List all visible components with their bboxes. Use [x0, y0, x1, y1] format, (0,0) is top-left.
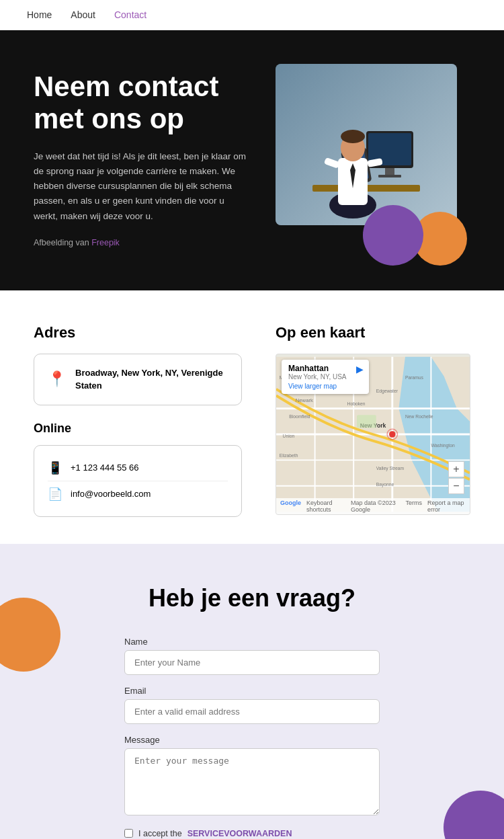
hero-body: Je weet dat het tijd is! Als je dit lees…: [34, 149, 249, 224]
svg-rect-4: [378, 175, 401, 177]
map-keyboard: Keyboard shortcuts: [306, 500, 345, 513]
hero-credit: Afbeelding van Freepik: [34, 236, 249, 250]
form-wrapper: Name Email Message I accept the SERVICEV…: [124, 637, 380, 839]
email-item: 📄 info@voorbeeld.com: [48, 481, 228, 507]
place-sub: New York, NY, USA: [288, 373, 362, 381]
svg-text:Paramus: Paramus: [405, 375, 424, 380]
freepik-link[interactable]: Freepik: [91, 238, 120, 247]
view-larger-map-link[interactable]: View larger map: [288, 383, 362, 390]
address-section: Adres 📍 Broadway, New York, NY, Verenigd…: [0, 290, 504, 544]
hero-text: Neem contact met ons op Je weet dat het …: [34, 71, 274, 250]
map-footer: Google Keyboard shortcuts Map data ©2023…: [276, 498, 470, 514]
svg-text:Union: Union: [283, 433, 295, 438]
online-box: 📱 +1 123 444 55 66 📄 info@voorbeeld.com: [34, 445, 242, 517]
name-field-group: Name: [124, 637, 380, 675]
svg-rect-3: [385, 168, 394, 175]
hero-title: Neem contact met ons op: [34, 71, 274, 136]
svg-text:Washington: Washington: [431, 443, 454, 448]
terms-prefix: I accept the: [138, 829, 182, 838]
form-heading: Heb je een vraag?: [34, 584, 470, 612]
phone-text: +1 123 444 55 66: [71, 463, 139, 473]
svg-text:Elizabeth: Elizabeth: [280, 452, 298, 457]
map-container[interactable]: Newark New York Hoboken Elizabeth Union …: [276, 354, 470, 515]
zoom-out-button[interactable]: −: [448, 478, 464, 494]
svg-text:Hoboken: Hoboken: [347, 401, 366, 405]
nav-about[interactable]: About: [71, 9, 95, 20]
map-data: Map data ©2023 Google: [351, 500, 401, 513]
map-footer-logo: Google: [280, 500, 301, 513]
terms-link[interactable]: SERVICEVOORWAARDEN: [187, 829, 292, 838]
zoom-in-button[interactable]: +: [448, 461, 464, 477]
directions-icon[interactable]: ▶: [356, 364, 364, 374]
terms-row: I accept the SERVICEVOORWAARDEN: [124, 829, 380, 838]
svg-point-38: [389, 431, 396, 438]
terms-checkbox[interactable]: [124, 829, 133, 838]
person-illustration: [306, 71, 427, 225]
address-text: Broadway, New York, NY, Verenigde Staten: [75, 366, 228, 393]
email-input[interactable]: [124, 699, 380, 724]
nav-home[interactable]: Home: [27, 9, 52, 20]
name-label: Name: [124, 637, 380, 647]
address-box: 📍 Broadway, New York, NY, Verenigde Stat…: [34, 354, 242, 405]
phone-item: 📱 +1 123 444 55 66: [48, 455, 228, 481]
svg-text:New Rochelle: New Rochelle: [405, 414, 433, 419]
svg-text:Edgewater: Edgewater: [376, 388, 398, 393]
map-report: Report a map error: [427, 500, 466, 513]
form-section: Heb je een vraag? Name Email Message I a…: [0, 544, 504, 839]
hero-image-area: [276, 64, 484, 252]
online-heading: Online: [34, 422, 249, 436]
email-text: info@voorbeeld.com: [71, 489, 151, 499]
map-terms: Terms: [406, 500, 423, 513]
map-popup: Manhattan New York, NY, USA View larger …: [282, 360, 369, 394]
svg-point-11: [341, 130, 365, 143]
map-heading: Op een kaart: [276, 324, 470, 342]
phone-icon: 📱: [48, 461, 62, 475]
svg-text:Bloomfield: Bloomfield: [289, 414, 310, 419]
hero-photo: [276, 64, 457, 225]
address-left: Adres 📍 Broadway, New York, NY, Verenigd…: [34, 324, 249, 517]
circle-purple-hero: [363, 205, 423, 266]
email-label: Email: [124, 686, 380, 696]
svg-text:Bayonne: Bayonne: [376, 481, 394, 487]
message-textarea[interactable]: [124, 748, 380, 815]
hero-section: Neem contact met ons op Je weet dat het …: [0, 30, 504, 290]
address-heading: Adres: [34, 324, 249, 342]
message-field-group: Message: [124, 735, 380, 818]
nav-contact[interactable]: Contact: [114, 9, 146, 20]
place-name: Manhattan: [288, 364, 362, 373]
name-input[interactable]: [124, 650, 380, 675]
email-icon: 📄: [48, 487, 62, 502]
svg-rect-12: [324, 157, 340, 169]
circle-purple-form: [444, 791, 504, 839]
navigation: Home About Contact: [0, 0, 504, 30]
svg-text:Newark: Newark: [296, 397, 313, 403]
svg-text:Valley Stream: Valley Stream: [376, 465, 405, 471]
location-icon: 📍: [48, 370, 66, 388]
message-label: Message: [124, 735, 380, 745]
svg-rect-37: [357, 415, 376, 428]
email-field-group: Email: [124, 686, 380, 724]
map-right: Op een kaart Newark N: [276, 324, 470, 517]
map-controls: + −: [448, 461, 464, 494]
